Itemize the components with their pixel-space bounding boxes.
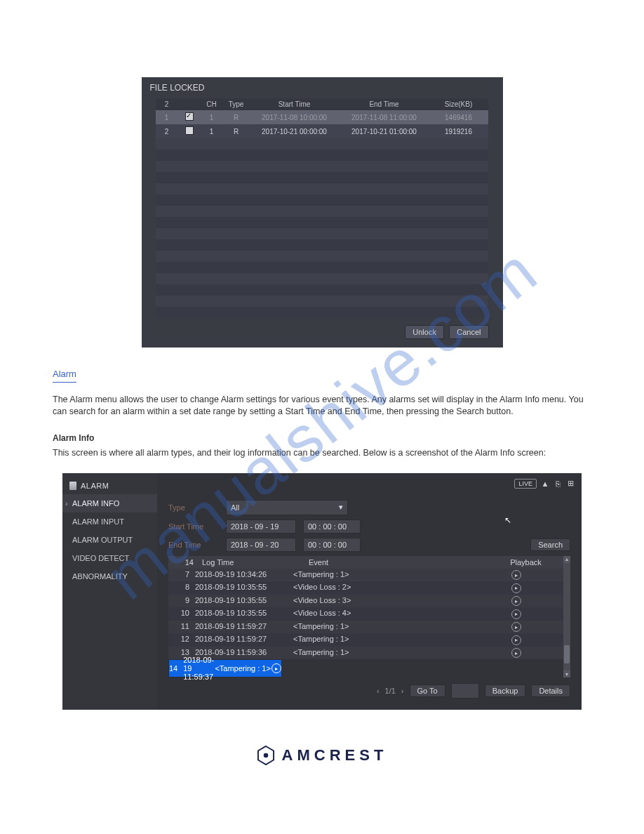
- backup-button[interactable]: Backup: [485, 684, 526, 697]
- log-row[interactable]: 92018-09-19 10:35:55<Video Loss : 3>▸: [168, 595, 563, 608]
- scroll-up-icon[interactable]: ▴: [563, 556, 570, 563]
- file-locked-panel: FILE LOCKED 2 CH Type Start Time End Tim…: [142, 77, 503, 348]
- log-row[interactable]: 132018-09-19 11:59:36<Tampering : 1>▸: [168, 647, 563, 660]
- pager: ‹ 1/1 › Go To Backup Details: [168, 683, 570, 699]
- col-start: Start Time: [250, 98, 340, 110]
- log-table: 14 Log Time Event Playback 72018-09-19 1…: [168, 556, 570, 678]
- end-time-label: End Time: [168, 541, 219, 549]
- goto-input[interactable]: [451, 683, 479, 699]
- col-end: End Time: [340, 98, 429, 110]
- play-icon[interactable]: ▸: [511, 583, 521, 593]
- section-heading: Alarm: [53, 369, 76, 383]
- play-icon[interactable]: ▸: [511, 570, 521, 580]
- sidebar-item-alarm-output[interactable]: ALARM OUTPUT: [62, 531, 157, 549]
- play-icon[interactable]: ▸: [511, 609, 521, 619]
- col-ch: CH: [201, 98, 223, 110]
- log-row[interactable]: 102018-09-19 10:35:55<Video Loss : 4>▸: [168, 607, 563, 621]
- user-icon[interactable]: ▲: [541, 479, 549, 488]
- col-size: Size(KB): [429, 98, 488, 110]
- scrollbar[interactable]: ▴ ▾: [563, 556, 570, 678]
- end-time-row: End Time Search: [168, 538, 570, 552]
- type-label: Type: [168, 503, 219, 512]
- table-header-row: 2 CH Type Start Time End Time Size(KB): [156, 98, 488, 110]
- paragraph: This screen is where all alarm types, an…: [53, 447, 593, 459]
- start-date-input[interactable]: [226, 519, 296, 534]
- sidebar-item-video-detect[interactable]: VIDEO DETECT: [62, 549, 157, 567]
- logo-icon: [257, 745, 275, 766]
- panel-footer: Unlock Cancel: [142, 318, 503, 348]
- col-count: 2: [156, 98, 178, 110]
- log-row[interactable]: 142018-09-19 11:59:37<Tampering : 1>▸: [168, 659, 282, 677]
- sidebar-item-abnormality[interactable]: ABNORMALITY: [62, 567, 157, 585]
- live-badge[interactable]: LIVE: [514, 479, 537, 489]
- table-row[interactable]: 2 1 R 2017-10-21 00:00:00 2017-10-21 01:…: [156, 124, 488, 138]
- unlock-button[interactable]: Unlock: [405, 325, 444, 339]
- log-row[interactable]: 112018-09-19 11:59:27<Tampering : 1>▸: [168, 621, 563, 634]
- logo-text: AMCREST: [282, 746, 388, 764]
- type-row: Type All ▾: [168, 500, 570, 515]
- cursor-icon: ↖: [504, 515, 511, 525]
- type-select[interactable]: All ▾: [226, 500, 348, 515]
- paragraph: The Alarm menu allows the user to change…: [53, 394, 593, 418]
- prev-page-icon[interactable]: ‹: [377, 687, 380, 695]
- empty-rows: [156, 138, 488, 318]
- start-time-label: Start Time: [168, 522, 219, 531]
- scrollbar-thumb[interactable]: [564, 645, 570, 663]
- chevron-down-icon: ▾: [339, 503, 343, 512]
- subsection-heading: Alarm Info: [53, 433, 591, 443]
- play-icon[interactable]: ▸: [511, 635, 521, 645]
- log-row[interactable]: 72018-09-19 10:34:26<Tampering : 1>▸: [168, 569, 563, 582]
- search-button[interactable]: Search: [530, 538, 570, 551]
- locked-files-table: 2 CH Type Start Time End Time Size(KB) 1…: [156, 98, 488, 138]
- page-indicator: 1/1: [385, 687, 396, 695]
- cancel-button[interactable]: Cancel: [449, 325, 488, 339]
- play-icon[interactable]: ▸: [511, 648, 521, 658]
- checkbox-icon[interactable]: [185, 126, 194, 135]
- grid-icon[interactable]: ⊞: [566, 479, 575, 488]
- row-checkbox[interactable]: [178, 110, 201, 124]
- play-icon[interactable]: ▸: [511, 622, 521, 632]
- export-icon[interactable]: ⎘: [554, 479, 562, 488]
- sidebar-item-alarm-input[interactable]: ALARM INPUT: [62, 512, 157, 531]
- next-page-icon[interactable]: ›: [401, 687, 404, 695]
- start-time-input[interactable]: [303, 519, 361, 534]
- alarm-main: Type All ▾ Start Time End Time Search 14: [157, 473, 582, 710]
- details-button[interactable]: Details: [531, 684, 570, 697]
- log-row[interactable]: 82018-09-19 10:35:55<Video Loss : 2>▸: [168, 581, 563, 595]
- table-row[interactable]: 1 1 R 2017-11-08 10:00:00 2017-11-08 11:…: [156, 110, 488, 124]
- title-bar-right: LIVE ▲ ⎘ ⊞: [514, 479, 575, 489]
- sidebar-item-alarm-info[interactable]: ALARM INFO: [62, 494, 157, 512]
- sidebar: ALARM ALARM INFO ALARM INPUT ALARM OUTPU…: [62, 473, 157, 710]
- log-header: 14 Log Time Event Playback: [168, 556, 563, 569]
- sidebar-title: ALARM: [62, 477, 157, 494]
- panel-title: FILE LOCKED: [142, 77, 503, 98]
- log-row[interactable]: 122018-09-19 11:59:27<Tampering : 1>▸: [168, 633, 563, 647]
- goto-button[interactable]: Go To: [410, 684, 445, 697]
- brand-logo: AMCREST: [53, 745, 591, 766]
- alarm-panel: LIVE ▲ ⎘ ⊞ ↖ ALARM ALARM INFO ALARM INPU…: [62, 473, 582, 710]
- row-checkbox[interactable]: [178, 124, 201, 138]
- scroll-down-icon[interactable]: ▾: [563, 670, 570, 677]
- col-checkbox: [178, 98, 201, 110]
- checkbox-icon[interactable]: [185, 112, 194, 121]
- end-time-input[interactable]: [303, 538, 361, 552]
- play-icon[interactable]: ▸: [271, 663, 281, 673]
- end-date-input[interactable]: [226, 538, 296, 552]
- col-type: Type: [223, 98, 250, 110]
- disk-icon: [69, 482, 76, 490]
- play-icon[interactable]: ▸: [511, 596, 521, 606]
- svg-point-1: [263, 753, 268, 758]
